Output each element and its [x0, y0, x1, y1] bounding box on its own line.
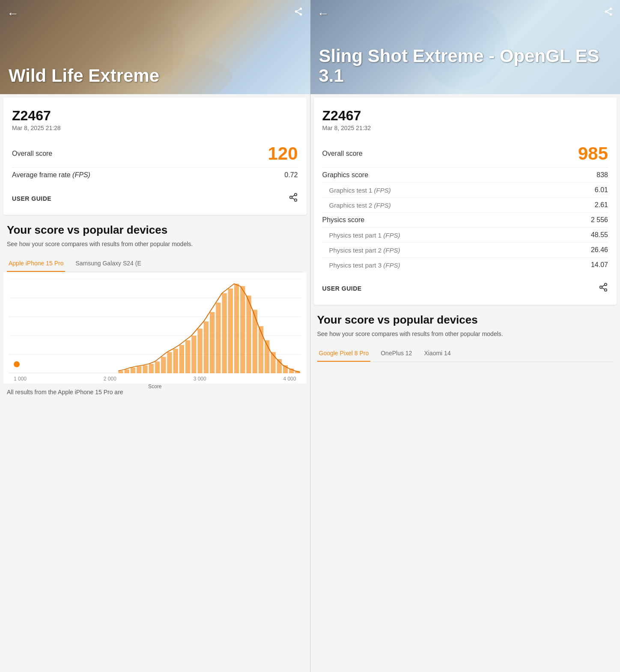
right-ptest3-value: 14.07 [591, 261, 608, 269]
svg-rect-26 [161, 357, 166, 373]
right-hero: ← Sling Shot Extreme - OpenGL ES 3.1 [310, 0, 620, 94]
right-gtest1-label: Graphics test 1 (FPS) [322, 187, 391, 194]
svg-point-57 [605, 283, 607, 286]
right-overall-label: Overall score [322, 150, 363, 158]
svg-point-58 [600, 286, 602, 288]
right-score-card: Z2467 Mar 8, 2025 21:32 Overall score 98… [314, 98, 617, 305]
left-fps-row: Average frame rate (FPS) 0.72 [12, 167, 298, 182]
left-fps-label: Average frame rate (FPS) [12, 171, 90, 179]
right-graphics-row: Graphics score 838 [322, 167, 608, 182]
svg-point-4 [295, 10, 297, 13]
left-back-button[interactable]: ← [7, 7, 19, 21]
svg-rect-24 [149, 364, 154, 373]
svg-line-6 [297, 12, 299, 14]
svg-rect-35 [216, 303, 221, 373]
left-fps-value: 0.72 [284, 171, 298, 179]
right-gtest2-label: Graphics test 2 (FPS) [322, 202, 391, 209]
svg-rect-28 [173, 348, 178, 373]
svg-line-61 [602, 285, 605, 287]
svg-point-9 [289, 196, 292, 199]
svg-line-7 [297, 9, 299, 11]
right-panel: ← Sling Shot Extreme - OpenGL ES 3.1 Z24… [310, 0, 620, 672]
right-physics-row: Physics score 2 556 [322, 212, 608, 227]
left-overall-value: 120 [268, 143, 298, 164]
svg-line-11 [292, 198, 294, 199]
left-panel: ← Wild Life Extreme Z2467 Mar 8, 2025 21… [0, 0, 310, 672]
svg-rect-21 [131, 367, 135, 373]
svg-rect-39 [240, 286, 245, 373]
right-user-guide-row: USER GUIDE [322, 279, 608, 294]
svg-line-56 [607, 9, 610, 11]
right-ptest2-value: 26.46 [591, 246, 608, 254]
left-chart: 1 000 2 000 3 000 4 000 Score [3, 272, 307, 384]
svg-rect-33 [204, 321, 209, 373]
left-section-title: Your score vs popular devices [7, 223, 303, 237]
svg-point-3 [299, 8, 302, 10]
left-hero: ← Wild Life Extreme [0, 0, 310, 94]
right-section-desc: See how your score compares with results… [317, 330, 614, 339]
right-tab-pixel[interactable]: Google Pixel 8 Pro [317, 345, 371, 362]
x-tick-2: 2 000 [104, 376, 116, 382]
right-ptest1-label: Physics test part 1 (FPS) [322, 232, 400, 239]
svg-rect-30 [185, 340, 190, 373]
right-comparison-section: Your score vs popular devices See how yo… [310, 305, 620, 362]
right-ptest2-label: Physics test part 2 (FPS) [322, 247, 400, 254]
svg-point-59 [605, 289, 607, 291]
left-share-button[interactable] [289, 193, 298, 205]
svg-rect-23 [143, 365, 147, 373]
left-histogram-svg [9, 279, 301, 373]
right-gtest2-row: Graphics test 2 (FPS) 2.61 [322, 197, 608, 212]
left-comparison-section: Your score vs popular devices See how yo… [0, 215, 310, 272]
left-score-card: Z2467 Mar 8, 2025 21:28 Overall score 12… [3, 98, 307, 215]
svg-point-8 [294, 193, 297, 196]
left-user-guide-row: USER GUIDE [12, 189, 298, 205]
right-physics-value: 2 556 [591, 216, 608, 224]
left-share-header-button[interactable] [294, 7, 303, 19]
svg-rect-20 [125, 369, 129, 373]
svg-rect-19 [118, 371, 123, 373]
svg-rect-37 [228, 288, 233, 373]
right-section-title: Your score vs popular devices [317, 313, 614, 327]
left-x-ticks: 1 000 2 000 3 000 4 000 [9, 376, 301, 382]
right-ptest3-row: Physics test part 3 (FPS) 14.07 [322, 257, 608, 272]
svg-rect-31 [191, 336, 196, 373]
left-score-marker [14, 361, 20, 367]
svg-line-55 [607, 12, 610, 14]
left-tabs: Apple iPhone 15 Pro Samsung Galaxy S24 (… [7, 256, 303, 272]
left-tab-iphone[interactable]: Apple iPhone 15 Pro [7, 256, 65, 272]
right-tab-xiaomi[interactable]: Xiaomi 14 [422, 345, 452, 362]
right-overall-row: Overall score 985 [322, 140, 608, 167]
right-graphics-value: 838 [596, 171, 608, 179]
right-run-id: Z2467 [322, 108, 608, 124]
right-tab-oneplus[interactable]: OnePlus 12 [379, 345, 414, 362]
svg-rect-34 [210, 312, 215, 373]
right-graphics-label: Graphics score [322, 171, 369, 179]
right-back-button[interactable]: ← [317, 7, 329, 21]
right-user-guide-label: USER GUIDE [322, 285, 362, 292]
right-tabs: Google Pixel 8 Pro OnePlus 12 Xiaomi 14 [317, 345, 614, 362]
x-tick-4: 4 000 [283, 376, 296, 382]
svg-rect-42 [259, 326, 263, 373]
right-physics-label: Physics score [322, 216, 365, 224]
svg-rect-27 [167, 352, 172, 373]
left-overall-row: Overall score 120 [12, 140, 298, 167]
right-share-button[interactable] [599, 282, 608, 294]
svg-rect-38 [234, 284, 239, 373]
right-gtest1-row: Graphics test 1 (FPS) 6.01 [322, 182, 608, 197]
right-ptest3-label: Physics test part 3 (FPS) [322, 262, 400, 269]
left-tab-samsung[interactable]: Samsung Galaxy S24 (E [74, 256, 143, 272]
svg-point-5 [299, 13, 302, 15]
right-overall-value: 985 [578, 143, 608, 164]
svg-rect-32 [197, 328, 202, 373]
left-section-desc: See how your score compares with results… [7, 240, 303, 249]
svg-rect-29 [179, 345, 184, 373]
right-share-header-button[interactable] [604, 7, 613, 19]
svg-point-10 [294, 199, 297, 202]
left-overall-label: Overall score [12, 150, 52, 158]
x-tick-3: 3 000 [194, 376, 206, 382]
x-tick-1: 1 000 [14, 376, 27, 382]
svg-point-54 [610, 13, 612, 15]
svg-rect-22 [137, 366, 141, 373]
right-ptest2-row: Physics test part 2 (FPS) 26.46 [322, 242, 608, 257]
svg-point-52 [610, 8, 612, 10]
